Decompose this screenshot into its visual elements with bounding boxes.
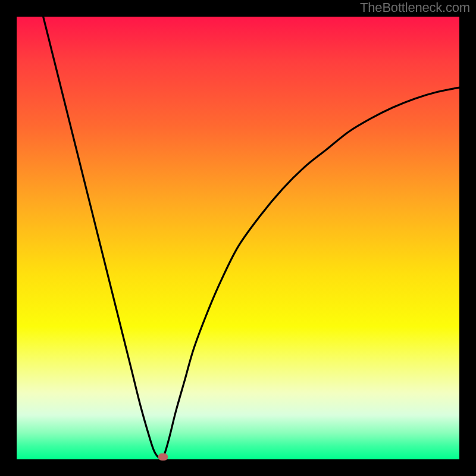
chart-frame: TheBottleneck.com (0, 0, 476, 476)
optimum-marker (158, 453, 168, 461)
watermark-text: TheBottleneck.com (360, 0, 470, 15)
plot-area (17, 17, 459, 459)
